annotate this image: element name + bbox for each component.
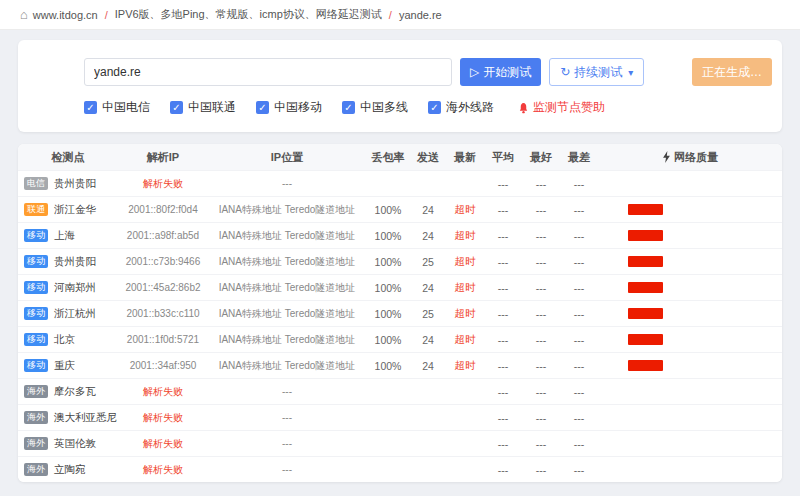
sent-count: 25 bbox=[410, 256, 446, 268]
quality-cell bbox=[598, 334, 782, 345]
line-checkbox[interactable]: ✓ 中国联通 bbox=[170, 99, 236, 116]
checkbox-label: 海外线路 bbox=[446, 99, 494, 116]
checkbox-checked-icon: ✓ bbox=[342, 101, 355, 114]
node-name: 浙江金华 bbox=[54, 203, 96, 217]
ip-location: IANA特殊地址 Teredo隧道地址 bbox=[208, 281, 366, 295]
ip-location: IANA特殊地址 Teredo隧道地址 bbox=[208, 307, 366, 321]
resolved-ip: 2001::45a2:86b2 bbox=[118, 282, 208, 293]
resolved-ip: 2001::34af:950 bbox=[118, 360, 208, 371]
header-best: 最好 bbox=[522, 150, 560, 165]
worst-value: --- bbox=[560, 360, 598, 372]
avg-value: --- bbox=[484, 230, 522, 242]
best-value: --- bbox=[522, 464, 560, 476]
node-name: 澳大利亚悉尼 bbox=[54, 411, 117, 425]
sponsor-link[interactable]: 监测节点赞助 bbox=[518, 99, 605, 116]
latest-value: 超时 bbox=[446, 333, 484, 347]
loss-rate: 100% bbox=[366, 256, 410, 268]
checkbox-checked-icon: ✓ bbox=[170, 101, 183, 114]
ip-location: --- bbox=[208, 412, 366, 423]
bell-icon bbox=[518, 102, 529, 114]
line-checkbox[interactable]: ✓ 中国电信 bbox=[84, 99, 150, 116]
node-name: 英国伦敦 bbox=[54, 437, 96, 451]
loss-rate: 100% bbox=[366, 230, 410, 242]
node-cell: 移动 贵州贵阳 bbox=[18, 255, 118, 269]
breadcrumb-site[interactable]: www.itdog.cn bbox=[33, 9, 98, 21]
line-checkbox[interactable]: ✓ 中国移动 bbox=[256, 99, 322, 116]
best-value: --- bbox=[522, 334, 560, 346]
quality-cell bbox=[598, 204, 782, 215]
isp-badge: 海外 bbox=[24, 463, 48, 476]
isp-badge: 海外 bbox=[24, 411, 48, 424]
target-input[interactable] bbox=[84, 58, 452, 86]
quality-bar bbox=[628, 360, 663, 371]
checkbox-label: 中国联通 bbox=[188, 99, 236, 116]
quality-cell bbox=[598, 360, 782, 371]
avg-value: --- bbox=[484, 464, 522, 476]
checkbox-label: 中国电信 bbox=[102, 99, 150, 116]
ip-location: --- bbox=[208, 178, 366, 189]
resolved-ip: 2001::80f2:f0d4 bbox=[118, 204, 208, 215]
header-avg: 平均 bbox=[484, 150, 522, 165]
continuous-test-button[interactable]: ↻ 持续测试 ▾ bbox=[549, 58, 644, 86]
avg-value: --- bbox=[484, 386, 522, 398]
generating-button[interactable]: 正在生成… bbox=[692, 58, 772, 86]
header-ip: 解析IP bbox=[118, 150, 208, 165]
node-cell: 海外 摩尔多瓦 bbox=[18, 385, 118, 399]
line-checkbox[interactable]: ✓ 中国多线 bbox=[342, 99, 408, 116]
node-name: 河南郑州 bbox=[54, 281, 96, 295]
avg-value: --- bbox=[484, 334, 522, 346]
checkbox-label: 中国移动 bbox=[274, 99, 322, 116]
ip-location: IANA特殊地址 Teredo隧道地址 bbox=[208, 333, 366, 347]
node-cell: 海外 澳大利亚悉尼 bbox=[18, 411, 118, 425]
checkbox-group: ✓ 中国电信 ✓ 中国联通 ✓ 中国移动 ✓ 中国多线 ✓ 海外线路 bbox=[84, 99, 514, 116]
loss-rate: 100% bbox=[366, 308, 410, 320]
ip-location: --- bbox=[208, 464, 366, 475]
latest-value: 超时 bbox=[446, 255, 484, 269]
quality-bar bbox=[628, 308, 663, 319]
latest-value: 超时 bbox=[446, 359, 484, 373]
node-cell: 移动 上海 bbox=[18, 229, 118, 243]
worst-value: --- bbox=[560, 464, 598, 476]
refresh-icon: ↻ bbox=[560, 65, 570, 79]
best-value: --- bbox=[522, 256, 560, 268]
resolved-ip: 2001::1f0d:5721 bbox=[118, 334, 208, 345]
ip-location: IANA特殊地址 Teredo隧道地址 bbox=[208, 203, 366, 217]
worst-value: --- bbox=[560, 178, 598, 190]
node-cell: 移动 河南郑州 bbox=[18, 281, 118, 295]
resolved-ip: 2001::b33c:c110 bbox=[118, 308, 208, 319]
isp-badge: 移动 bbox=[24, 307, 48, 320]
chevron-down-icon: ▾ bbox=[628, 67, 633, 78]
lightning-icon bbox=[662, 151, 671, 163]
isp-badge: 移动 bbox=[24, 281, 48, 294]
resolved-ip: 解析失败 bbox=[118, 463, 208, 477]
latest-value: 超时 bbox=[446, 281, 484, 295]
breadcrumb-separator: / bbox=[105, 9, 108, 21]
header-latest: 最新 bbox=[446, 150, 484, 165]
best-value: --- bbox=[522, 282, 560, 294]
best-value: --- bbox=[522, 412, 560, 424]
resolved-ip: 解析失败 bbox=[118, 385, 208, 399]
node-cell: 海外 英国伦敦 bbox=[18, 437, 118, 451]
latest-value: 超时 bbox=[446, 203, 484, 217]
quality-bar bbox=[628, 204, 663, 215]
start-test-label: 开始测试 bbox=[483, 64, 531, 81]
quality-cell bbox=[598, 230, 782, 241]
worst-value: --- bbox=[560, 334, 598, 346]
node-name: 立陶宛 bbox=[54, 463, 86, 477]
quality-cell bbox=[598, 256, 782, 267]
worst-value: --- bbox=[560, 204, 598, 216]
worst-value: --- bbox=[560, 386, 598, 398]
page-title: IPV6版、多地Ping、常规版、icmp协议、网络延迟测试 bbox=[115, 7, 382, 22]
breadcrumb: ⌂ www.itdog.cn / IPV6版、多地Ping、常规版、icmp协议… bbox=[0, 0, 800, 30]
table-row: 移动 上海 2001::a98f:ab5d IANA特殊地址 Teredo隧道地… bbox=[18, 222, 782, 248]
best-value: --- bbox=[522, 360, 560, 372]
worst-value: --- bbox=[560, 230, 598, 242]
avg-value: --- bbox=[484, 204, 522, 216]
node-cell: 移动 重庆 bbox=[18, 359, 118, 373]
node-name: 贵州贵阳 bbox=[54, 255, 96, 269]
start-test-button[interactable]: ▷ 开始测试 bbox=[460, 58, 541, 86]
line-checkbox[interactable]: ✓ 海外线路 bbox=[428, 99, 494, 116]
sent-count: 24 bbox=[410, 334, 446, 346]
table-row: 移动 河南郑州 2001::45a2:86b2 IANA特殊地址 Teredo隧… bbox=[18, 274, 782, 300]
quality-bar bbox=[628, 282, 663, 293]
